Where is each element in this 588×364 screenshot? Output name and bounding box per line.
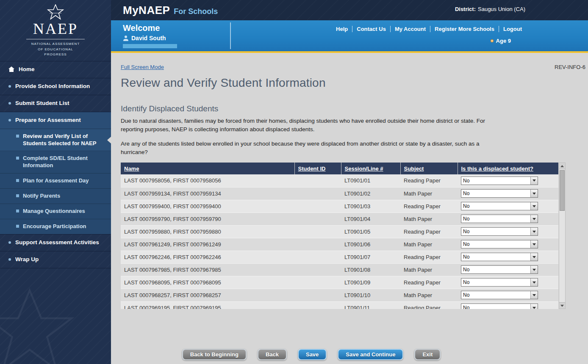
table-row: LAST 0007968095, FIRST 0007968095 LT0901… (121, 276, 558, 289)
subject: Math Paper (400, 212, 458, 225)
displaced-select[interactable]: No (461, 215, 538, 223)
divider (230, 22, 231, 49)
displaced-select-wrap: No (461, 265, 538, 274)
student-id (294, 200, 341, 212)
column-header-name[interactable]: Name (121, 163, 294, 174)
table-row: LAST 0007962246, FIRST 0007962246 LT0901… (121, 251, 558, 263)
session-line: LT0901/05 (341, 225, 400, 238)
sidebar-item-label: Home (19, 66, 35, 73)
table-row: LAST 0007959134, FIRST 0007959134 LT0901… (121, 187, 558, 200)
sidebar-item-complete-sd-el-info[interactable]: Complete SD/EL Student Information (0, 151, 111, 174)
sidebar-item-label: Review and Verify List of Students Selec… (23, 133, 101, 147)
table-row: LAST 0007967985, FIRST 0007967985 LT0901… (121, 263, 558, 276)
student-id (294, 251, 341, 263)
displaced-select[interactable]: No (461, 265, 538, 274)
session-line: LT0901/06 (341, 238, 400, 251)
student-id (294, 238, 341, 251)
session-line: LT0901/10 (341, 289, 400, 301)
user-row: David South (123, 35, 177, 41)
displaced-select-wrap: No (461, 227, 538, 236)
save-button[interactable]: Save (298, 349, 327, 360)
sidebar-item-encourage-participation[interactable]: Encourage Participation (0, 219, 111, 234)
square-bullet-icon (16, 179, 19, 182)
displaced-select[interactable]: No (461, 227, 538, 236)
displaced-select[interactable]: No (461, 291, 538, 299)
scroll-down-button[interactable] (559, 302, 565, 309)
student-name: LAST 0007959400, FIRST 0007959400 (121, 200, 294, 212)
sidebar-item-submit-student-list[interactable]: Submit Student List (0, 95, 111, 112)
student-name: LAST 0007959134, FIRST 0007959134 (121, 187, 294, 200)
displaced-select-wrap: No (461, 189, 538, 198)
student-id (294, 301, 341, 309)
active-item-arrow-icon (107, 137, 111, 143)
scroll-down-icon (560, 305, 564, 307)
back-to-beginning-button[interactable]: Back to Beginning (182, 349, 247, 360)
nav-link-my-account[interactable]: My Account (390, 26, 430, 32)
nav-link-contact-us[interactable]: Contact Us (352, 26, 390, 32)
logo-divider (26, 39, 85, 39)
back-button[interactable]: Back (258, 349, 287, 360)
session-line: LT0901/08 (341, 263, 400, 276)
sidebar-item-label: Provide School Information (15, 83, 90, 90)
nav-link-help[interactable]: Help (332, 26, 352, 32)
displaced-select[interactable]: No (461, 240, 538, 248)
naep-logo: NAEP National Assessment of Educational … (0, 0, 111, 61)
students-table-viewport: Name Student ID Session/Line # Subject I… (121, 163, 558, 309)
displaced-select-wrap: No (461, 176, 538, 185)
scrollbar-track[interactable] (559, 170, 565, 302)
column-header-displaced[interactable]: Is this a displaced student? (458, 163, 558, 174)
displaced-select[interactable]: No (461, 278, 538, 287)
exit-button[interactable]: Exit (414, 349, 441, 360)
column-header-session-line[interactable]: Session/Line # (341, 163, 400, 174)
sidebar-item-plan-for-assessment-day[interactable]: Plan for Assessment Day (0, 174, 111, 189)
sidebar-item-support-assessment-activities[interactable]: Support Assessment Activities (0, 234, 111, 251)
sidebar-item-provide-school-information[interactable]: Provide School Information (0, 78, 111, 95)
district-value: Saugus Union (CA) (478, 6, 525, 12)
sidebar-item-prepare-for-assessment[interactable]: Prepare for Assessment (0, 112, 111, 129)
student-name: LAST 0007969195, FIRST 0007969195 (121, 301, 294, 309)
district-label: District: (455, 6, 476, 12)
app-title: MyNAEP (123, 4, 170, 17)
square-bullet-icon (16, 157, 19, 160)
page-title: Review and Verify Student Information (121, 76, 588, 90)
age-indicator[interactable]: Age 9 (491, 38, 511, 44)
displaced-select[interactable]: No (461, 253, 538, 261)
scrollbar-thumb[interactable] (560, 170, 565, 211)
square-bullet-icon (16, 135, 19, 138)
session-line: LT0901/04 (341, 212, 400, 225)
session-line: LT0901/07 (341, 251, 400, 263)
displaced-select-wrap: No (461, 253, 538, 261)
displaced-select[interactable]: No (461, 202, 538, 210)
column-header-subject[interactable]: Subject (400, 163, 458, 174)
student-id (294, 263, 341, 276)
student-name: LAST 0007959790, FIRST 0007959790 (121, 212, 294, 225)
bullet-icon (8, 241, 11, 244)
square-bullet-icon (16, 194, 19, 197)
full-screen-mode-link[interactable]: Full Screen Mode (121, 64, 164, 70)
subject: Math Paper (400, 263, 458, 276)
column-header-student-id[interactable]: Student ID (294, 163, 341, 174)
student-id (294, 289, 341, 301)
nav-link-register-more-schools[interactable]: Register More Schools (430, 26, 499, 32)
bullet-icon (8, 258, 11, 261)
displaced-select[interactable]: No (461, 189, 538, 198)
nav-link-logout[interactable]: Logout (499, 26, 526, 32)
sidebar-item-label: Support Assessment Activities (15, 239, 99, 246)
displaced-select[interactable]: No (461, 176, 538, 185)
sidebar-item-review-and-verify-list[interactable]: Review and Verify List of Students Selec… (0, 129, 111, 152)
sidebar-item-notify-parents[interactable]: Notify Parents (0, 189, 111, 204)
sidebar-item-wrap-up[interactable]: Wrap Up (0, 251, 111, 268)
sidebar-item-home[interactable]: Home (0, 61, 111, 78)
sidebar-item-label: Manage Questionnaires (23, 208, 85, 215)
table-scrollbar[interactable] (559, 163, 566, 309)
bullet-icon (8, 119, 11, 121)
sidebar: NAEP National Assessment of Educational … (0, 0, 111, 364)
subject: Reading Paper (400, 251, 458, 263)
sidebar-item-manage-questionnaires[interactable]: Manage Questionnaires (0, 204, 111, 219)
scroll-up-button[interactable] (559, 163, 565, 169)
sidebar-item-label: Prepare for Assessment (15, 117, 81, 124)
save-and-continue-button[interactable]: Save and Continue (338, 349, 403, 360)
table-row: LAST 0007969195, FIRST 0007969195 LT0901… (121, 301, 558, 309)
displaced-select[interactable]: No (461, 303, 538, 309)
scroll-up-icon (560, 165, 564, 167)
